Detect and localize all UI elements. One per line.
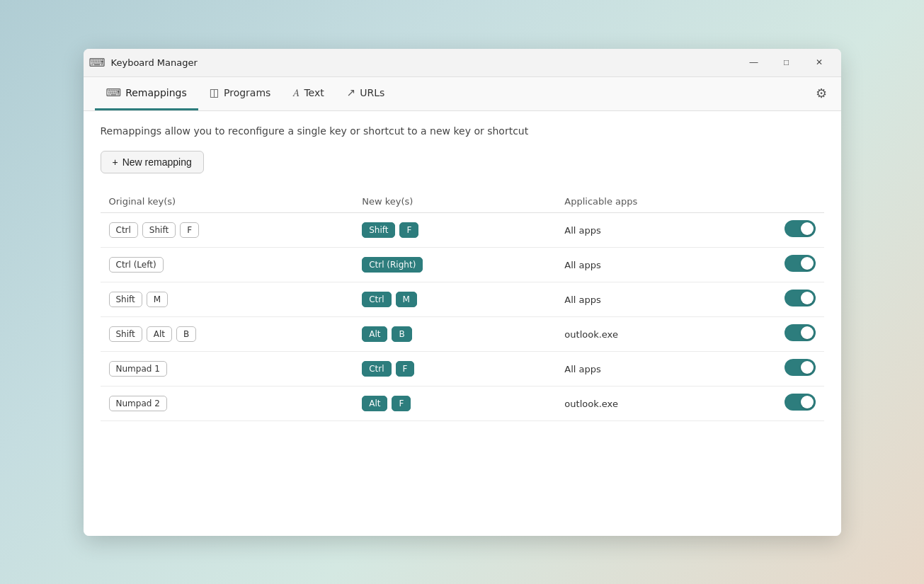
maximize-button[interactable]: □ <box>770 51 803 74</box>
enable-toggle[interactable] <box>785 394 816 411</box>
tab-remappings-label: Remappings <box>125 87 187 98</box>
enable-toggle[interactable] <box>785 290 816 307</box>
enable-toggle[interactable] <box>785 359 816 376</box>
new-keys-group: CtrlM <box>362 292 547 307</box>
toggle-cell <box>773 316 824 351</box>
original-keys-group: ShiftAltB <box>109 326 346 342</box>
new-key-badge: Ctrl <box>362 361 391 377</box>
close-button[interactable]: ✕ <box>803 51 835 74</box>
new-keys-cell: ShiftF <box>353 212 556 247</box>
key-badge: Shift <box>109 326 142 342</box>
new-keys-group: AltF <box>362 396 547 411</box>
description-text: Remappings allow you to reconfigure a si… <box>101 125 824 137</box>
urls-tab-icon: ↗ <box>347 86 356 99</box>
enable-toggle[interactable] <box>785 324 816 341</box>
toggle-cell <box>773 351 824 386</box>
original-keys-cell: ShiftAltB <box>101 316 354 351</box>
key-badge: F <box>180 222 199 238</box>
tab-text[interactable]: 𝐴 Text <box>282 77 335 110</box>
tab-text-label: Text <box>304 87 324 98</box>
new-key-badge: Shift <box>362 222 395 238</box>
new-remapping-button[interactable]: + New remapping <box>101 151 204 173</box>
toggle-cell <box>773 212 824 247</box>
app-cell: outlook.exe <box>556 386 773 420</box>
new-remapping-label: New remapping <box>122 156 192 168</box>
original-keys-group: CtrlShiftF <box>109 222 346 238</box>
original-keys-cell: Ctrl (Left) <box>101 247 354 282</box>
new-key-badge: Alt <box>362 396 387 411</box>
text-tab-icon: 𝐴 <box>293 86 300 99</box>
new-key-badge: Ctrl (Right) <box>362 257 423 273</box>
tab-bar: ⌨ Remappings ◫ Programs 𝐴 Text ↗ URLs ⚙ <box>84 77 841 111</box>
app-label: All apps <box>564 294 601 305</box>
new-key-badge: Ctrl <box>362 292 391 307</box>
key-badge: Shift <box>142 222 176 238</box>
table-row: Numpad 2AltFoutlook.exe <box>101 386 824 420</box>
enable-toggle[interactable] <box>785 220 816 237</box>
new-keys-group: ShiftF <box>362 222 547 238</box>
window-controls: — □ ✕ <box>738 51 835 74</box>
key-badge: Alt <box>147 326 172 342</box>
app-cell: All apps <box>556 212 773 247</box>
new-remapping-plus-icon: + <box>113 156 118 168</box>
table-row: CtrlShiftFShiftFAll apps <box>101 212 824 247</box>
tab-urls-label: URLs <box>360 87 384 98</box>
new-key-badge: B <box>392 326 411 342</box>
original-keys-cell: Numpad 1 <box>101 351 354 386</box>
main-window: ⌨ Keyboard Manager — □ ✕ ⌨ Remappings ◫ … <box>84 49 841 536</box>
key-badge: Numpad 1 <box>109 361 167 377</box>
original-keys-group: ShiftM <box>109 292 346 307</box>
new-key-badge: Alt <box>362 326 387 342</box>
header-toggle <box>773 190 824 213</box>
new-keys-group: Ctrl (Right) <box>362 257 547 273</box>
title-bar: ⌨ Keyboard Manager — □ ✕ <box>84 49 841 77</box>
new-key-badge: F <box>392 396 411 411</box>
original-keys-cell: ShiftM <box>101 282 354 316</box>
table-row: ShiftMCtrlMAll apps <box>101 282 824 316</box>
app-cell: All apps <box>556 247 773 282</box>
header-apps: Applicable apps <box>556 190 773 213</box>
original-keys-cell: CtrlShiftF <box>101 212 354 247</box>
app-label: All apps <box>564 364 601 374</box>
new-key-badge: F <box>399 222 418 238</box>
key-badge: Shift <box>109 292 142 307</box>
settings-button[interactable]: ⚙ <box>813 83 830 104</box>
tab-remappings[interactable]: ⌨ Remappings <box>95 77 198 110</box>
table-row: Ctrl (Left)Ctrl (Right)All apps <box>101 247 824 282</box>
new-keys-cell: CtrlF <box>353 351 556 386</box>
content-area: Remappings allow you to reconfigure a si… <box>84 111 841 536</box>
app-cell: All apps <box>556 282 773 316</box>
key-badge: Ctrl <box>109 222 138 238</box>
new-keys-cell: Ctrl (Right) <box>353 247 556 282</box>
app-cell: outlook.exe <box>556 316 773 351</box>
app-cell: All apps <box>556 351 773 386</box>
key-badge: Numpad 2 <box>109 396 167 411</box>
new-key-badge: F <box>396 361 415 377</box>
toggle-cell <box>773 282 824 316</box>
key-badge: B <box>176 326 196 342</box>
app-label: outlook.exe <box>564 329 618 340</box>
new-key-badge: M <box>396 292 417 307</box>
remappings-table: Original key(s) New key(s) Applicable ap… <box>101 190 824 421</box>
original-keys-group: Numpad 2 <box>109 396 346 411</box>
table-row: ShiftAltBAltBoutlook.exe <box>101 316 824 351</box>
toggle-cell <box>773 386 824 420</box>
header-new: New key(s) <box>353 190 556 213</box>
new-keys-cell: AltF <box>353 386 556 420</box>
new-keys-cell: CtrlM <box>353 282 556 316</box>
new-keys-group: AltB <box>362 326 547 342</box>
tab-programs-label: Programs <box>224 87 270 98</box>
app-icon: ⌨ <box>89 56 105 69</box>
tab-urls[interactable]: ↗ URLs <box>336 77 397 110</box>
minimize-button[interactable]: — <box>738 51 770 74</box>
new-keys-cell: AltB <box>353 316 556 351</box>
remappings-tab-icon: ⌨ <box>106 86 122 99</box>
original-keys-group: Ctrl (Left) <box>109 257 346 273</box>
app-label: outlook.exe <box>564 399 618 409</box>
header-original: Original key(s) <box>101 190 354 213</box>
app-label: All apps <box>564 225 601 236</box>
app-label: All apps <box>564 260 601 270</box>
enable-toggle[interactable] <box>785 255 816 272</box>
original-keys-group: Numpad 1 <box>109 361 346 377</box>
tab-programs[interactable]: ◫ Programs <box>198 77 283 110</box>
